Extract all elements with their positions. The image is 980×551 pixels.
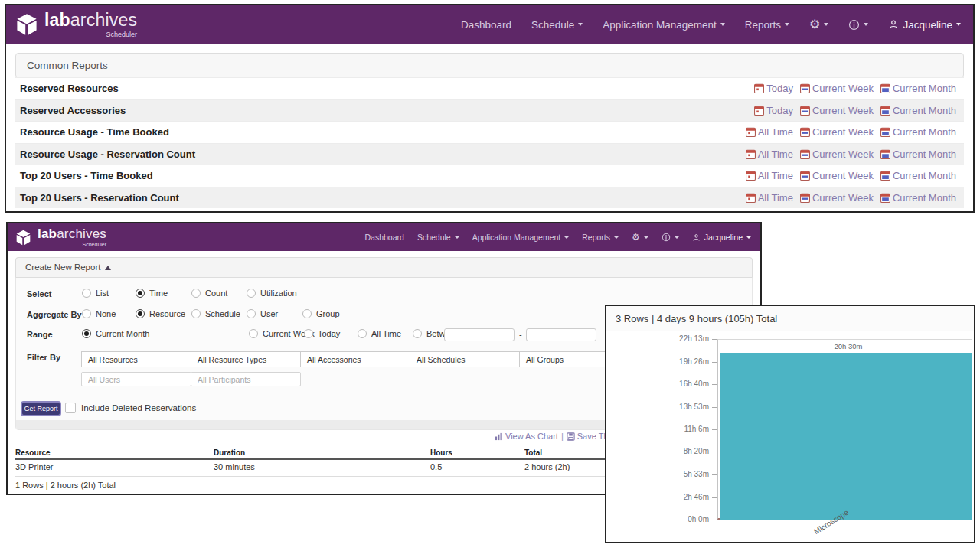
report-link-resource-usage-time-booked-current-week[interactable]: Current Week xyxy=(800,126,874,138)
radio-button xyxy=(247,289,256,298)
report-row-links: All TimeCurrent WeekCurrent Month xyxy=(746,126,956,138)
radio-button xyxy=(302,309,312,318)
report-link-resource-usage-time-booked-all-time[interactable]: All Time xyxy=(746,126,793,138)
nav-item-label: Reports xyxy=(745,19,781,31)
radio-button xyxy=(191,309,201,318)
form-label-range: Range xyxy=(27,330,53,339)
y-axis-tick-label: 13h 53m xyxy=(606,403,709,411)
y-axis-tick-label: 16h 40m xyxy=(606,380,709,388)
radio-option-time[interactable]: Time xyxy=(136,289,168,298)
radio-option-label: Today xyxy=(318,329,340,338)
between-end-input[interactable] xyxy=(526,328,596,341)
nav-user-menu[interactable]: Jacqueline xyxy=(888,19,961,31)
report-link-resource-usage-reservation-count-current-week[interactable]: Current Week xyxy=(800,148,874,160)
nav-item-dashboard[interactable]: Dashboard xyxy=(365,233,404,242)
radio-option-schedule[interactable]: Schedule xyxy=(191,309,240,318)
table-header-resource: Resource xyxy=(15,448,51,457)
radio-option-utilization[interactable]: Utilization xyxy=(247,289,297,298)
table-cell-resource: 3D Printer xyxy=(15,462,54,471)
nav-item-schedule[interactable]: Schedule xyxy=(531,19,583,31)
radio-option-all-time[interactable]: All Time xyxy=(358,329,401,338)
report-link-top-20-users-reservation-count-current-month[interactable]: Current Month xyxy=(880,192,956,204)
form-row-select: SelectListTimeCountUtilization xyxy=(8,288,760,302)
report-link-reserved-resources-today[interactable]: Today xyxy=(754,83,793,94)
filter-input-all-participants[interactable] xyxy=(191,372,301,386)
report-link-label: Current Month xyxy=(893,83,956,94)
nav-item-application-management[interactable]: Application Management xyxy=(472,233,570,242)
filter-select-value: All Resources xyxy=(88,355,138,364)
report-link-resource-usage-reservation-count-current-month[interactable]: Current Month xyxy=(880,148,956,160)
bar-chart-icon xyxy=(495,432,503,441)
radio-option-label: Schedule xyxy=(205,309,240,318)
nav-user-menu[interactable]: Jacqueline xyxy=(692,233,751,242)
report-link-label: Current Month xyxy=(893,105,956,116)
report-link-reserved-resources-current-month[interactable]: Current Month xyxy=(880,83,956,94)
filter-input-all-users[interactable] xyxy=(81,372,191,386)
radio-button xyxy=(82,309,91,318)
report-row-label: Resource Usage - Reservation Count xyxy=(20,148,195,160)
report-link-reserved-accessories-today[interactable]: Today xyxy=(754,105,793,116)
y-axis-tick-mark xyxy=(712,497,717,498)
report-row-label: Resource Usage - Time Booked xyxy=(20,126,169,138)
nav-item-reports[interactable]: Reports xyxy=(745,19,789,31)
include-deleted-checkbox[interactable] xyxy=(65,403,76,413)
filter-select-value: All Schedules xyxy=(416,355,466,364)
nav-item-dashboard[interactable]: Dashboard xyxy=(461,19,511,31)
radio-option-list[interactable]: List xyxy=(82,289,109,298)
calendar-month-icon xyxy=(880,127,890,137)
report-link-top-20-users-reservation-count-current-week[interactable]: Current Week xyxy=(800,192,874,204)
between-start-input[interactable] xyxy=(444,328,514,341)
report-row-links: All TimeCurrent WeekCurrent Month xyxy=(746,170,956,181)
labarchives-logo[interactable]: labarchives Scheduler xyxy=(15,11,137,38)
radio-option-none[interactable]: None xyxy=(82,309,116,318)
radio-option-group[interactable]: Group xyxy=(302,309,340,318)
collapse-up-icon xyxy=(105,266,111,270)
report-link-label: Current Week xyxy=(812,126,874,138)
radio-option-user[interactable]: User xyxy=(247,309,278,318)
report-link-label: Current Week xyxy=(812,83,874,94)
filter-select-all-schedules[interactable]: All Schedules xyxy=(410,351,520,367)
labarchives-logo[interactable]: labarchives Scheduler xyxy=(15,227,106,247)
get-report-button[interactable]: Get Report xyxy=(21,401,61,416)
view-as-chart-link[interactable]: View As Chart xyxy=(495,432,558,441)
radio-option-label: Utilization xyxy=(260,289,297,298)
create-new-report-title: Create New Report xyxy=(25,262,100,272)
nav-help-menu[interactable] xyxy=(662,233,679,242)
report-link-top-20-users-time-booked-current-month[interactable]: Current Month xyxy=(880,170,956,181)
report-link-label: Current Month xyxy=(893,126,956,138)
calendar-week-icon xyxy=(800,193,810,203)
radio-option-current-month[interactable]: Current Month xyxy=(82,329,149,338)
chevron-down-icon xyxy=(644,236,648,239)
calendar-day-icon xyxy=(746,171,756,181)
main-nav: DashboardScheduleApplication ManagementR… xyxy=(365,233,751,242)
report-link-top-20-users-time-booked-current-week[interactable]: Current Week xyxy=(800,170,874,181)
radio-option-count[interactable]: Count xyxy=(191,289,227,298)
report-link-resource-usage-time-booked-current-month[interactable]: Current Month xyxy=(880,126,956,138)
nav-item-label: Schedule xyxy=(417,233,451,242)
radio-option-resource[interactable]: Resource xyxy=(136,309,185,318)
chevron-down-icon xyxy=(785,23,789,26)
chart-window: 3 Rows | 4 days 9 hours (105h) Total 0h … xyxy=(605,305,975,543)
filter-select-all-resource-types[interactable]: All Resource Types xyxy=(191,351,301,367)
report-link-top-20-users-time-booked-all-time[interactable]: All Time xyxy=(746,170,793,181)
nav-settings-menu[interactable]: ⚙ xyxy=(632,233,648,242)
nav-item-schedule[interactable]: Schedule xyxy=(417,233,459,242)
report-link-reserved-accessories-current-month[interactable]: Current Month xyxy=(880,105,956,116)
nav-item-reports[interactable]: Reports xyxy=(582,233,619,242)
radio-option-label: All Time xyxy=(371,329,401,338)
create-new-report-header[interactable]: Create New Report xyxy=(15,257,753,278)
radio-option-today[interactable]: Today xyxy=(304,329,340,338)
report-link-resource-usage-reservation-count-all-time[interactable]: All Time xyxy=(746,148,793,160)
radio-button xyxy=(413,329,422,338)
nav-help-menu[interactable] xyxy=(848,19,868,31)
report-link-reserved-accessories-current-week[interactable]: Current Week xyxy=(800,105,874,116)
labarchives-cube-icon xyxy=(15,230,31,246)
nav-item-application-management[interactable]: Application Management xyxy=(603,19,725,31)
form-label-aggregate: Aggregate By xyxy=(27,310,82,319)
report-link-reserved-resources-current-week[interactable]: Current Week xyxy=(800,83,874,94)
filter-select-all-accessories[interactable]: All Accessories xyxy=(300,351,410,367)
report-link-top-20-users-reservation-count-all-time[interactable]: All Time xyxy=(746,192,793,204)
report-row-top-20-users-time-booked: Top 20 Users - Time BookedAll TimeCurren… xyxy=(15,165,964,187)
filter-select-all-resources[interactable]: All Resources xyxy=(81,351,191,367)
nav-settings-menu[interactable]: ⚙ xyxy=(809,18,828,31)
